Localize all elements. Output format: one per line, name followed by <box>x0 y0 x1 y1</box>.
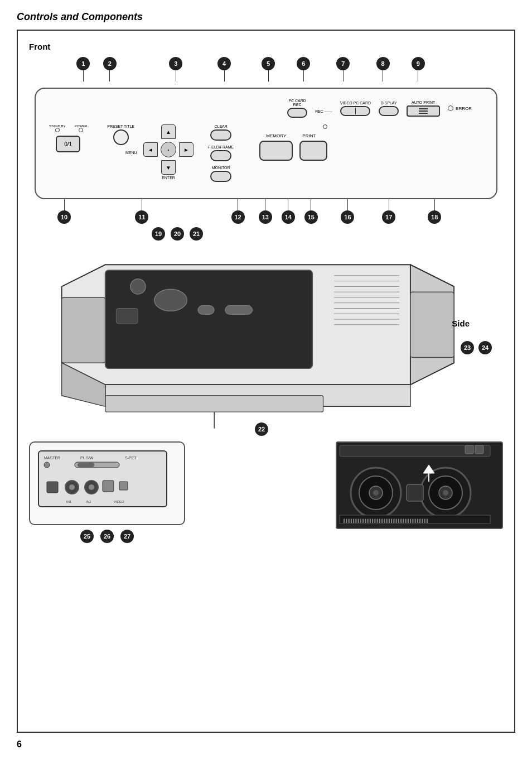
dpad-enter-button[interactable]: • <box>161 142 176 157</box>
main-box: Front 1 2 3 4 <box>17 30 515 733</box>
circle-num-15: 15 <box>304 210 318 224</box>
page-title: Controls and Components <box>17 11 515 23</box>
num-6-container: 6 <box>297 57 310 81</box>
field-frame-group: FIELD/FRAME <box>208 145 234 161</box>
left-inset: MASTER PL S/W S-PET <box>29 441 185 525</box>
memory-print-labels: MEMORY PRINT <box>259 133 327 138</box>
device-area: 22 Side 23 24 <box>29 252 503 436</box>
num-25-pair: 25 <box>80 530 94 543</box>
pc-card-rec-label: PC CARD REC <box>288 99 306 107</box>
num-14-container: 14 <box>282 199 295 224</box>
circle-num-20: 20 <box>171 227 184 241</box>
svg-rect-53 <box>465 445 473 454</box>
svg-rect-22 <box>410 292 454 357</box>
standby-led <box>55 128 60 132</box>
dpad-right-button[interactable]: ► <box>179 142 194 157</box>
video-pc-card-label: VIDEO PC CARD <box>340 101 371 105</box>
line-3 <box>176 70 176 81</box>
field-frame-label: FIELD/FRAME <box>208 145 234 149</box>
display-group: DISPLAY <box>379 101 399 116</box>
line-12 <box>238 199 238 210</box>
line-14 <box>288 199 288 210</box>
num-18-container: 18 <box>428 199 441 224</box>
circle-num-12: 12 <box>231 210 245 224</box>
svg-rect-3 <box>62 297 105 363</box>
svg-rect-31 <box>47 482 58 493</box>
bottom-insets: MASTER PL S/W S-PET <box>29 441 503 543</box>
monitor-group: MONITOR <box>208 166 234 182</box>
svg-text:IN2: IN2 <box>86 500 91 503</box>
auto-print-line-2 <box>419 111 428 112</box>
auto-print-line-3 <box>419 113 428 114</box>
svg-point-16 <box>130 279 146 294</box>
circle-num-25: 25 <box>80 530 94 543</box>
svg-text:MASTER: MASTER <box>44 456 60 460</box>
line-2 <box>109 70 110 81</box>
dpad-left-button[interactable]: ◄ <box>143 142 158 157</box>
monitor-label: MONITOR <box>212 166 230 170</box>
dpad-up-button[interactable]: ▲ <box>161 124 176 139</box>
line-18 <box>434 199 435 210</box>
circle-num-23: 23 <box>461 341 474 354</box>
power-led <box>79 128 83 132</box>
svg-rect-20 <box>105 396 323 412</box>
svg-rect-54 <box>475 445 483 454</box>
num-11-container: 11 <box>135 199 148 224</box>
circle-num-2: 2 <box>103 57 117 70</box>
dpad-down-button[interactable]: ▼ <box>161 160 176 175</box>
num-22-container: 22 <box>255 422 268 436</box>
enter-label: ENTER <box>143 176 194 180</box>
line-15 <box>311 199 311 210</box>
circle-num-18: 18 <box>428 210 441 224</box>
dpad-section: MENU ▲ ▼ ◄ ► • ENTER <box>143 124 194 180</box>
preset-title-button[interactable] <box>113 129 129 145</box>
field-frame-button[interactable] <box>210 150 231 161</box>
print-header-label: PRINT <box>295 133 323 138</box>
line-10 <box>64 199 65 210</box>
spacer <box>196 441 325 543</box>
num-3-container: 3 <box>169 57 182 81</box>
auto-print-label: AUTO PRINT <box>412 100 435 104</box>
svg-rect-36 <box>103 481 114 492</box>
pc-card-rec-button[interactable] <box>287 108 307 118</box>
video-pc-card-button[interactable] <box>340 106 370 116</box>
monitor-button[interactable] <box>210 171 231 182</box>
line-5 <box>268 70 269 81</box>
auto-print-button[interactable] <box>407 105 440 117</box>
clear-button[interactable] <box>210 129 231 141</box>
dpad-container: ▲ ▼ ◄ ► • <box>143 124 194 175</box>
bottom-number-row: 10 11 12 13 14 <box>35 199 492 227</box>
error-led <box>448 105 453 111</box>
print-button[interactable] <box>299 141 327 161</box>
svg-rect-18 <box>198 306 214 315</box>
svg-text:S-PET: S-PET <box>125 456 137 460</box>
power-off-on-button[interactable]: 0/1 <box>56 136 80 152</box>
clear-label: CLEAR <box>214 124 227 128</box>
clear-group: CLEAR <box>208 124 234 141</box>
circle-num-9: 9 <box>412 57 425 70</box>
circle-num-6: 6 <box>297 57 310 70</box>
nums-19-21-row: 19 20 21 <box>152 227 503 241</box>
circle-num-5: 5 <box>262 57 275 70</box>
back-panel-svg: MASTER PL S/W S-PET <box>36 448 170 515</box>
svg-rect-49 <box>407 484 423 501</box>
rec-line-label: REC —— <box>315 109 332 113</box>
svg-point-48 <box>443 490 448 496</box>
menu-label: MENU <box>125 150 137 154</box>
main-controls-row: STAND BY POWER 0/1 <box>49 124 483 182</box>
num-9-container: 9 <box>412 57 425 81</box>
svg-rect-15 <box>116 308 138 323</box>
auto-print-lines-icon <box>419 108 428 114</box>
side-connector-svg: ▐▐▐▐▐▐▐▐▐▐▐▐▐▐▐▐▐▐▐▐▐▐▐▐▐▐▐▐▐▐▐▐▐▐▐▐ <box>337 443 493 526</box>
svg-rect-30 <box>78 463 94 467</box>
circle-num-26: 26 <box>100 530 114 543</box>
page-number: 6 <box>17 739 515 750</box>
num-13-container: 13 <box>259 199 272 224</box>
circle-num-1: 1 <box>76 57 90 70</box>
memory-button[interactable] <box>259 141 293 161</box>
power-off-on-icon: 0/1 <box>64 141 72 147</box>
top-number-row: 1 2 3 4 5 <box>46 57 486 88</box>
display-button[interactable] <box>379 106 399 116</box>
preset-dpad-section: PRESET TITLE MENU ▲ ▼ ◄ ► <box>107 124 194 180</box>
circle-num-16: 16 <box>341 210 354 224</box>
